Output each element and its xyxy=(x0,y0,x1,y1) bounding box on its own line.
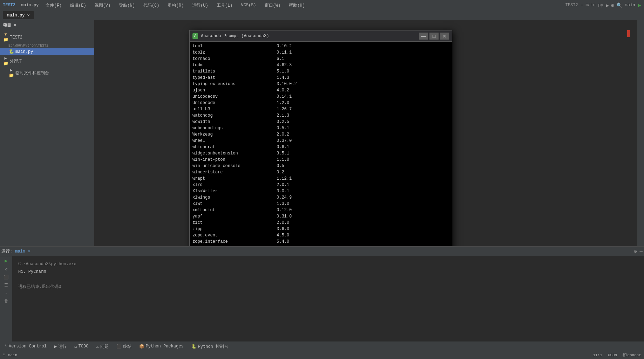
package-version: 2.0.2 xyxy=(277,131,289,138)
terminal-package-row: Unidecode1.2.0 xyxy=(192,100,449,106)
terminal-package-row: xlwt1.3.0 xyxy=(192,201,449,207)
terminal-package-row: wincertstore0.2 xyxy=(192,169,449,175)
run-panel-output: C:\Anaconda3\python.exe Hi, PyCharm 进程已结… xyxy=(13,256,644,341)
tab-console-label: Python 控制台 xyxy=(198,344,228,350)
menu-item-edit[interactable]: 编辑(E) xyxy=(69,2,88,9)
run-config-icon: ▶ xyxy=(606,2,609,8)
package-name: webencodings xyxy=(192,125,277,131)
tree-mainpy-label: main.py xyxy=(15,49,33,54)
trash-icon[interactable]: 🗑 xyxy=(4,298,8,304)
menu-item-help[interactable]: 帮助(H) xyxy=(287,2,306,9)
run-config-tab[interactable]: main ✕ xyxy=(15,249,30,254)
terminal-package-row: xmltodict0.12.0 xyxy=(192,207,449,213)
tab-bar: main.py ✕ xyxy=(0,11,644,20)
package-version: 0.2 xyxy=(277,169,284,175)
run-output-line1: Hi, PyCharm xyxy=(18,268,638,276)
tab-version-control[interactable]: ⑂ Version Control xyxy=(1,343,50,350)
package-version: 4.5.0 xyxy=(277,232,289,239)
tab-python-console[interactable]: 🐍 Python 控制台 xyxy=(188,342,232,351)
menu-bar-left: TEST2 main.py 文件(F) 编辑(E) 视图(V) 导航(N) 代码… xyxy=(3,2,306,9)
terminal-package-row: watchdog2.1.3 xyxy=(192,112,449,119)
tab-run-label: 运行 xyxy=(58,344,67,350)
stop-icon[interactable]: ⬛ xyxy=(4,275,9,280)
package-version: 5.4.0 xyxy=(277,239,289,245)
run-btn[interactable]: ▶ xyxy=(638,2,641,9)
tab-terminal[interactable]: ⬛ 终结 xyxy=(113,342,135,351)
tab-issues[interactable]: ⚠ 问题 xyxy=(93,342,112,351)
package-icon: 📦 xyxy=(139,344,144,349)
package-version: 2.0.1 xyxy=(277,182,289,188)
package-version: 3.0.1 xyxy=(277,188,289,194)
search-icon[interactable]: 🔍 xyxy=(616,2,622,8)
list-view-icon[interactable]: ☰ xyxy=(4,283,8,288)
package-version: 4.62.3 xyxy=(277,62,292,68)
package-name: Unidecode xyxy=(192,100,277,106)
anaconda-icon: A xyxy=(192,33,198,39)
menu-item-vcs[interactable]: VCS(S) xyxy=(239,2,257,8)
tab-vc-label: Version Control xyxy=(9,344,47,349)
package-version: 3.10.0.2 xyxy=(277,81,297,87)
package-version: 1.12.1 xyxy=(277,175,292,182)
package-name: typing-extensions xyxy=(192,81,277,87)
terminal-package-row: zope.interface5.4.0 xyxy=(192,239,449,245)
tab-todo[interactable]: ☑ TODO xyxy=(71,343,92,351)
tab-run[interactable]: ▶ 运行 xyxy=(51,342,70,351)
window-title: TEST2 – main.py xyxy=(565,3,603,8)
menu-item-file[interactable]: 文件(F) xyxy=(44,2,63,9)
run-output-exit: 进程已结束,退出代码0 xyxy=(18,283,638,291)
sidebar-header: 项目 ▼ xyxy=(0,20,94,30)
run-again-icon[interactable]: ▶ xyxy=(5,258,7,264)
package-version: 1.4.3 xyxy=(277,75,289,81)
terminal-package-row: zict2.0.0 xyxy=(192,220,449,226)
terminal-window: A Anaconda Prompt (Anaconda3) — □ ✕ toml… xyxy=(189,30,452,246)
bottom-content: ▶ ↺ ⬛ ☰ ↓ 🗑 C:\Anaconda3\python.exe Hi, … xyxy=(0,256,644,341)
terminal-content[interactable]: toml0.10.2toolz0.11.1tornado6.1tqdm4.62.… xyxy=(190,42,452,246)
settings-icon[interactable]: ⚙ xyxy=(634,248,637,254)
gear-icon[interactable]: ⚙ xyxy=(611,2,614,8)
menu-bar-right: TEST2 – main.py ▶ ⚙ 🔍 main ▶ xyxy=(565,2,641,9)
terminal-package-row: traitlets5.1.0 xyxy=(192,68,449,75)
minimize-panel-icon[interactable]: — xyxy=(640,249,643,254)
menu-item-window[interactable]: 窗口(W) xyxy=(263,2,282,9)
terminal-package-row: wcwidth0.2.5 xyxy=(192,119,449,125)
package-name: unicodecsv xyxy=(192,94,277,100)
menu-item-refactor[interactable]: 重构(R) xyxy=(166,2,185,9)
file-name-menu: main.py xyxy=(21,3,39,8)
run-output-exe: C:\Anaconda3\python.exe xyxy=(18,261,638,268)
package-version: 1.26.7 xyxy=(277,106,292,112)
sidebar-tree: ▼ 📁 TEST2 E:\W66\Python\TEST2 🐍 main.py … xyxy=(0,30,94,246)
tree-item-mainpy[interactable]: 🐍 main.py xyxy=(0,48,94,55)
terminal-package-row: zope.event4.5.0 xyxy=(192,232,449,239)
terminal-maximize-button[interactable]: □ xyxy=(429,33,439,40)
rerun-icon[interactable]: ↺ xyxy=(5,267,7,272)
tree-item-external-libs[interactable]: ▶ 📁 外部库 xyxy=(0,55,94,67)
ide-container: TEST2 main.py 文件(F) 编辑(E) 视图(V) 导航(N) 代码… xyxy=(0,0,644,359)
git-branch-label: main xyxy=(8,353,17,357)
tree-item-temp-files[interactable]: ▶ 📁 临时文件和控制台 xyxy=(0,67,94,79)
console-icon: 🐍 xyxy=(191,344,197,349)
package-version: 5.1.0 xyxy=(277,68,289,75)
terminal-minimize-button[interactable]: — xyxy=(419,33,428,40)
package-version: 0.2.5 xyxy=(277,119,289,125)
terminal-controls: — □ ✕ xyxy=(419,33,449,40)
package-version: 2.0.0 xyxy=(277,220,289,226)
run-toolbar: 运行: main ✕ ⚙ — xyxy=(0,247,644,256)
terminal-close-button[interactable]: ✕ xyxy=(440,33,449,40)
terminal-package-row: webencodings0.5.1 xyxy=(192,125,449,131)
tab-main-py[interactable]: main.py ✕ xyxy=(3,11,34,19)
package-name: yapf xyxy=(192,213,277,220)
menu-item-navigate[interactable]: 导航(N) xyxy=(117,2,136,9)
package-name: watchdog xyxy=(192,112,277,119)
tab-python-packages[interactable]: 📦 Python Packages xyxy=(136,343,187,351)
run-side-buttons: ▶ ↺ ⬛ ☰ ↓ 🗑 xyxy=(0,256,13,341)
menu-item-run[interactable]: 运行(U) xyxy=(191,2,210,9)
menu-item-view[interactable]: 视图(V) xyxy=(93,2,112,9)
run-tab-icon: ▶ xyxy=(54,344,57,349)
menu-item-code[interactable]: 代码(C) xyxy=(142,2,161,9)
terminal-package-row: typing-extensions3.10.0.2 xyxy=(192,81,449,87)
tree-item-root[interactable]: ▼ 📁 TEST2 xyxy=(0,32,94,43)
package-name: wincertstore xyxy=(192,169,277,175)
tab-packages-label: Python Packages xyxy=(146,344,184,349)
menu-item-tools[interactable]: 工具(L) xyxy=(215,2,234,9)
scroll-end-icon[interactable]: ↓ xyxy=(5,291,7,296)
